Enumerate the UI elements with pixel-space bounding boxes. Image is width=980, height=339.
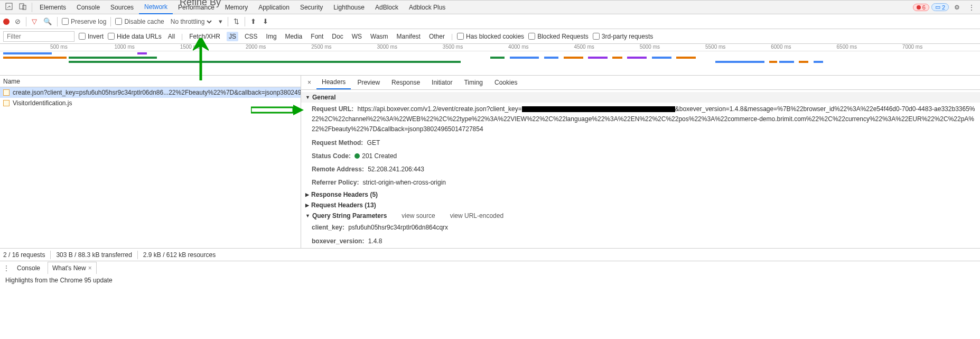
- request-name: VisitorIdentification.js: [13, 99, 72, 107]
- filter-type-font[interactable]: Font: [309, 32, 325, 41]
- tab-lighthouse[interactable]: Lighthouse: [328, 1, 370, 14]
- timeline-bar: [490, 57, 505, 59]
- filter-type-css[interactable]: CSS: [242, 32, 260, 41]
- tab-adblockplus[interactable]: Adblock Plus: [404, 1, 451, 14]
- status-code-row: Status Code: 201 Created: [301, 150, 980, 163]
- filter-type-fetchxhr[interactable]: Fetch/XHR: [187, 32, 222, 41]
- detail-body: ▼General Request URL: https://api.boxeve…: [301, 90, 980, 248]
- separator: [57, 17, 58, 26]
- view-source-link[interactable]: view source: [402, 212, 435, 219]
- request-row[interactable]: VisitorIdentification.js: [0, 98, 301, 108]
- network-timeline[interactable]: 500 ms 1000 ms 1500 ms 2000 ms 2500 ms 3…: [0, 44, 980, 76]
- timeline-bar: [588, 57, 608, 59]
- version-value: 1.4.8: [368, 237, 382, 245]
- timeline-tick: 5500 ms: [705, 44, 725, 50]
- timeline-bar: [69, 61, 461, 63]
- detail-tab-cookies[interactable]: Cookies: [489, 76, 522, 89]
- invert-checkbox[interactable]: Invert: [79, 33, 104, 40]
- section-general[interactable]: ▼General: [301, 92, 980, 103]
- tab-console[interactable]: Console: [71, 1, 105, 14]
- filter-type-doc[interactable]: Doc: [330, 32, 345, 41]
- request-url-row: Request URL: https://api.boxever.com/v1.…: [301, 103, 980, 136]
- file-icon: [3, 100, 10, 106]
- detail-tab-response[interactable]: Response: [386, 76, 425, 89]
- filter-icon[interactable]: ▽: [31, 16, 38, 26]
- tab-memory[interactable]: Memory: [220, 1, 253, 14]
- section-request-headers[interactable]: ▶Request Headers (13): [301, 200, 980, 210]
- close-detail-icon[interactable]: ×: [303, 78, 315, 87]
- filter-type-media[interactable]: Media: [283, 32, 305, 41]
- filter-type-img[interactable]: Img: [264, 32, 279, 41]
- detail-tab-headers[interactable]: Headers: [316, 76, 351, 89]
- filter-type-other[interactable]: Other: [427, 32, 447, 41]
- method-value: GET: [367, 139, 380, 146]
- device-toggle-icon[interactable]: [16, 1, 30, 14]
- drawer-menu-icon[interactable]: ⋮: [3, 264, 10, 272]
- search-icon[interactable]: 🔍: [42, 16, 53, 26]
- preserve-log-checkbox[interactable]: Preserve log: [62, 18, 106, 25]
- blocked-cookies-checkbox[interactable]: Has blocked cookies: [457, 33, 524, 40]
- message-badge[interactable]: ▭2: [931, 3, 949, 11]
- tab-application[interactable]: Application: [253, 1, 295, 14]
- timeline-bar: [814, 61, 824, 63]
- separator: [26, 17, 26, 26]
- timeline-tick: 3000 ms: [377, 44, 397, 50]
- timeline-tracks: [0, 51, 980, 75]
- request-row[interactable]: create.json?client_key=psfu6uh05hsr9c34r…: [0, 87, 301, 98]
- inspect-icon[interactable]: [2, 1, 16, 14]
- separator: [32, 3, 32, 12]
- detail-tab-timing[interactable]: Timing: [459, 76, 488, 89]
- drawer-content: Highlights from the Chrome 95 update: [0, 274, 980, 287]
- view-url-encoded-link[interactable]: view URL-encoded: [450, 212, 503, 219]
- clear-icon[interactable]: ⊘: [14, 16, 22, 26]
- detail-tab-preview[interactable]: Preview: [352, 76, 385, 89]
- tab-elements[interactable]: Elements: [34, 1, 71, 14]
- status-value: 201 Created: [362, 152, 397, 160]
- settings-icon[interactable]: ⚙: [951, 2, 963, 13]
- filter-type-js[interactable]: JS: [227, 32, 238, 41]
- network-conditions-icon[interactable]: ⇅: [232, 16, 240, 26]
- close-tab-icon[interactable]: ×: [88, 264, 92, 272]
- section-query-string[interactable]: ▼ Query String Parameters view source vi…: [301, 210, 980, 221]
- referrer-label: Referrer Policy:: [312, 179, 359, 186]
- import-icon[interactable]: ⬆: [249, 16, 257, 26]
- detail-tab-initiator[interactable]: Initiator: [426, 76, 458, 89]
- error-badge[interactable]: 6: [913, 4, 929, 11]
- timeline-bar: [137, 52, 147, 54]
- disable-cache-label: Disable cache: [124, 18, 164, 25]
- request-list-header[interactable]: Name: [0, 76, 301, 87]
- tab-network[interactable]: Network: [139, 1, 173, 14]
- timeline-bar: [3, 57, 67, 59]
- tab-sources[interactable]: Sources: [105, 1, 139, 14]
- referrer-value: strict-origin-when-cross-origin: [363, 179, 446, 186]
- blocked-requests-checkbox[interactable]: Blocked Requests: [528, 33, 589, 40]
- tab-adblock[interactable]: AdBlock: [370, 1, 404, 14]
- record-button[interactable]: [3, 19, 10, 25]
- disable-cache-checkbox[interactable]: Disable cache: [115, 18, 164, 25]
- whatsnew-label: What's New: [52, 264, 86, 272]
- timeline-tick: 3500 ms: [443, 44, 463, 50]
- hide-data-urls-checkbox[interactable]: Hide data URLs: [108, 33, 162, 40]
- third-party-checkbox[interactable]: 3rd-party requests: [593, 33, 653, 40]
- resources-size: 2.9 kB / 612 kB resources: [143, 251, 216, 259]
- filter-type-wasm[interactable]: Wasm: [368, 32, 390, 41]
- section-response-headers[interactable]: ▶Response Headers (5): [301, 189, 980, 200]
- export-icon[interactable]: ⬇: [262, 16, 269, 26]
- preserve-log-label: Preserve log: [71, 18, 106, 25]
- more-icon[interactable]: ⋮: [965, 2, 978, 13]
- tab-security[interactable]: Security: [295, 1, 328, 14]
- throttling-select[interactable]: No throttling: [169, 17, 213, 26]
- drawer-tab-console[interactable]: Console: [13, 262, 44, 274]
- filter-type-manifest[interactable]: Manifest: [395, 32, 423, 41]
- triangle-down-icon: ▼: [305, 213, 310, 218]
- filter-type-ws[interactable]: WS: [350, 32, 364, 41]
- drawer-tab-whatsnew[interactable]: What's New ×: [48, 262, 97, 274]
- chevron-down-icon[interactable]: ▾: [218, 16, 223, 26]
- timeline-bar: [627, 57, 647, 59]
- request-list-pane: Name create.json?client_key=psfu6uh05hsr…: [0, 76, 301, 248]
- timeline-bar: [676, 57, 696, 59]
- filter-input[interactable]: [3, 31, 74, 42]
- filter-type-all[interactable]: All: [166, 32, 177, 41]
- timeline-bar: [612, 57, 622, 59]
- triangle-right-icon: ▶: [305, 203, 309, 208]
